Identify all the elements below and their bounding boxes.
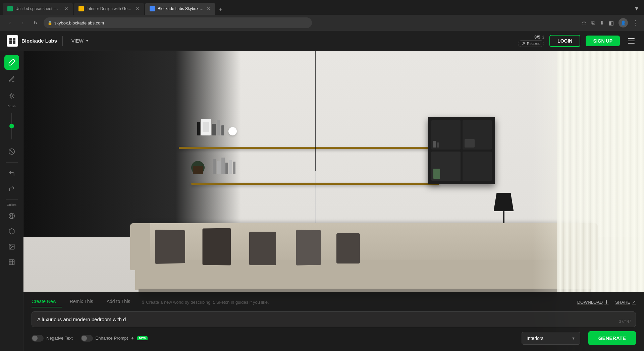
app-header: Blockade Labs VIEW ▼ 3/5 ℹ ⏱ Relaxed LOG…	[0, 31, 644, 51]
tab-skybox[interactable]: Blockade Labs Skybox – AI-G… ✕	[145, 3, 215, 15]
hint-text: ℹ Create a new world by describing it. S…	[142, 300, 269, 305]
prompt-options-row: Negative Text Enhance Prompt ✦ NEW Inter…	[32, 331, 636, 345]
left-toolbar: Brush	[0, 51, 23, 351]
address-field[interactable]: 🔒 skybox.blockadelabs.com	[44, 17, 312, 28]
address-bar: ‹ › ↻ 🔒 skybox.blockadelabs.com ☆ ⧉ ⬇ ◧ …	[0, 15, 644, 31]
enhance-prompt-toggle[interactable]	[81, 335, 93, 342]
browser-chrome: Untitled spreadsheet – Goog… ✕ Interior …	[0, 0, 644, 31]
svg-line-6	[10, 150, 14, 154]
back-button[interactable]: ‹	[5, 18, 15, 27]
address-bar-actions: ☆ ⧉ ⬇ ◧ 👤 ⋮	[581, 18, 639, 27]
svg-rect-2	[9, 41, 12, 44]
toolbar-divider-1	[6, 162, 18, 163]
menu-button[interactable]: ⋮	[633, 19, 639, 26]
bottom-panel: Create New Remix This Add to This ℹ Crea…	[23, 292, 644, 351]
image-guide-button[interactable]	[4, 239, 19, 254]
style-selected-label: Interiors	[527, 336, 544, 341]
brush-slider[interactable]	[11, 110, 12, 142]
speed-icon: ⏱	[522, 42, 525, 46]
extensions-button[interactable]: ⧉	[591, 20, 595, 26]
tab-skybox-label: Blockade Labs Skybox – AI-G…	[158, 6, 204, 11]
forward-button[interactable]: ›	[18, 18, 28, 27]
tab-create-new[interactable]: Create New	[32, 297, 62, 307]
prompt-input-wrapper: 37/447	[32, 311, 636, 327]
usage-count: 3/5	[534, 35, 540, 40]
pencil-tool-button[interactable]	[4, 72, 19, 86]
viewport: Create New Remix This Add to This ℹ Crea…	[23, 51, 644, 351]
signup-button[interactable]: SIGN UP	[586, 36, 620, 46]
share-link[interactable]: SHARE ↗	[615, 299, 636, 305]
new-tab-icon: +	[219, 6, 223, 13]
relaxed-label: Relaxed	[527, 42, 540, 46]
toolbar-divider-2	[6, 199, 18, 200]
new-badge: NEW	[137, 336, 148, 340]
tab-add-to-this[interactable]: Add to This	[101, 297, 136, 307]
prompt-input[interactable]	[32, 311, 636, 327]
address-text: skybox.blockadelabs.com	[54, 20, 104, 25]
bottom-right-actions: DOWNLOAD ⬇ SHARE ↗	[577, 299, 636, 305]
negative-text-label: Negative Text	[46, 336, 73, 341]
logo-icon	[7, 35, 18, 47]
logo: Blockade Labs	[7, 35, 57, 47]
enhance-prompt-option: Enhance Prompt ✦ NEW	[81, 335, 148, 342]
reload-button[interactable]: ↻	[31, 18, 40, 27]
bottom-tabs-row: Create New Remix This Add to This ℹ Crea…	[32, 297, 636, 307]
sparkle-icon: ✦	[130, 336, 135, 341]
tab-sheets-close[interactable]: ✕	[64, 6, 68, 11]
guides-label: Guides	[7, 203, 16, 207]
tab-interior[interactable]: Interior Design with Generati… ✕	[74, 3, 144, 15]
erase-tool-button[interactable]	[4, 144, 19, 159]
lock-icon: 🔒	[48, 21, 52, 25]
chevron-down-icon: ▼	[86, 39, 89, 43]
tab-interior-label: Interior Design with Generati…	[87, 6, 133, 11]
profile-button[interactable]: 👤	[619, 18, 628, 27]
svg-point-4	[10, 95, 13, 97]
negative-text-toggle[interactable]	[32, 335, 44, 342]
view-button[interactable]: VIEW ▼	[68, 36, 92, 46]
relaxed-badge: ⏱ Relaxed	[518, 40, 544, 47]
tab-bar-right-controls: ▼	[632, 4, 641, 13]
login-button[interactable]: LOGIN	[549, 35, 580, 47]
svg-point-10	[10, 245, 11, 246]
tab-overflow-button[interactable]: ▼	[632, 4, 641, 13]
download-icon: ⬇	[604, 299, 608, 305]
paint-tool-button[interactable]	[4, 55, 19, 70]
info-icon: ℹ	[542, 35, 544, 40]
main-area: Brush	[0, 51, 644, 351]
slider-thumb[interactable]	[9, 124, 14, 128]
view-label: VIEW	[71, 38, 84, 44]
redo-button[interactable]	[4, 181, 19, 196]
app-container: Blockade Labs VIEW ▼ 3/5 ℹ ⏱ Relaxed LOG…	[0, 31, 644, 351]
tab-sheets-label: Untitled spreadsheet – Goog…	[15, 6, 62, 11]
tab-bar: Untitled spreadsheet – Goog… ✕ Interior …	[0, 0, 644, 15]
bookmark-button[interactable]: ☆	[581, 19, 587, 26]
download-browser-button[interactable]: ⬇	[600, 20, 604, 26]
header-divider	[62, 36, 63, 46]
svg-rect-0	[9, 38, 12, 41]
hint-icon: ℹ	[142, 300, 144, 305]
style-chevron-icon: ▼	[572, 336, 575, 340]
cube-guide-button[interactable]	[4, 255, 19, 270]
hamburger-menu-button[interactable]	[625, 35, 637, 47]
logo-text: Blockade Labs	[21, 38, 57, 44]
header-right: 3/5 ℹ ⏱ Relaxed LOGIN SIGN UP	[518, 35, 637, 47]
brush-label: Brush	[8, 105, 16, 108]
svg-rect-3	[13, 41, 15, 44]
tab-sheets[interactable]: Untitled spreadsheet – Goog… ✕	[3, 3, 73, 15]
brush-tool-button[interactable]	[4, 89, 19, 103]
usage-info: 3/5 ℹ ⏱ Relaxed	[518, 35, 544, 47]
style-selector[interactable]: Interiors ▼	[522, 332, 580, 345]
profile-sidebar-button[interactable]: ◧	[609, 20, 614, 26]
tab-interior-close[interactable]: ✕	[136, 6, 140, 11]
tab-remix-this[interactable]: Remix This	[64, 297, 99, 307]
download-link[interactable]: DOWNLOAD ⬇	[577, 299, 609, 305]
globe-guide-button[interactable]	[4, 209, 19, 223]
box-guide-button[interactable]	[4, 224, 19, 239]
new-tab-button[interactable]: +	[216, 5, 225, 14]
undo-button[interactable]	[4, 166, 19, 181]
char-count: 37/447	[619, 319, 631, 324]
svg-rect-1	[13, 38, 15, 41]
generate-button[interactable]: GENERATE	[588, 331, 636, 345]
tab-skybox-close[interactable]: ✕	[207, 6, 211, 11]
negative-text-option: Negative Text	[32, 335, 73, 342]
